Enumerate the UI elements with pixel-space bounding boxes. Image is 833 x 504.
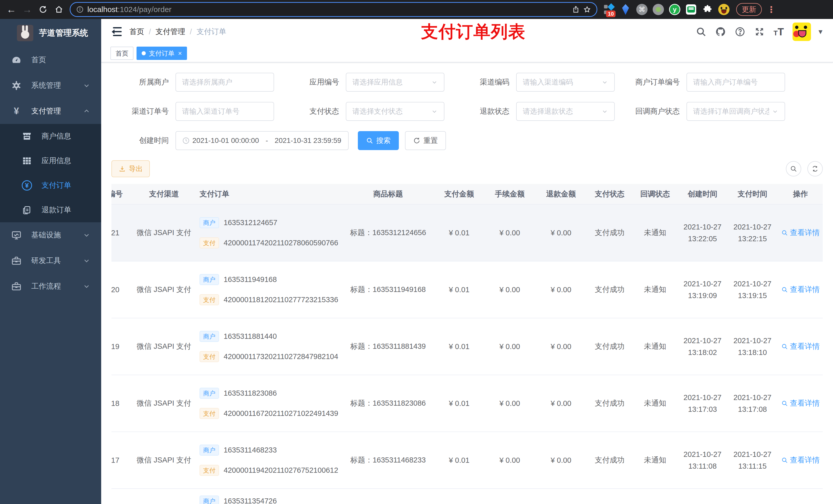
extension-chat-icon[interactable] — [686, 4, 697, 15]
col-amount: 支付金额 — [434, 184, 484, 205]
active-dot — [142, 51, 146, 55]
cell-notify-status: 未通知 — [633, 432, 677, 489]
share-icon[interactable] — [572, 6, 580, 13]
back-button[interactable]: ← — [5, 3, 18, 16]
search-icon[interactable] — [696, 26, 707, 37]
sidebar-item-label: 应用信息 — [42, 156, 71, 166]
filter-label-channel-order-no: 渠道订单号 — [112, 106, 175, 117]
font-size-icon[interactable]: TT — [774, 26, 784, 38]
table-row[interactable]: 18 微信 JSAPI 支付 商户1635311823086 支付4200001… — [112, 375, 823, 432]
pay-status-select[interactable]: 请选择支付状态 — [346, 102, 445, 121]
table-row[interactable]: 17 微信 JSAPI 支付 商户1635311468233 支付4200001… — [112, 432, 823, 489]
sidebar-item-payment[interactable]: ¥ 支付管理 — [0, 98, 101, 124]
bookmark-star-icon[interactable] — [583, 6, 591, 13]
sidebar-item-pay-order[interactable]: ¥ 支付订单 — [0, 173, 101, 198]
notify-status-select[interactable]: 请选择订单回调商户状态 — [687, 102, 785, 121]
extension-command-icon[interactable]: ⌘ — [636, 4, 647, 15]
github-icon[interactable] — [715, 26, 726, 37]
browser-toolbar: ← → localhost:1024/pay/order 10 ⌘ y 更新 ⋮ — [0, 0, 833, 19]
extension-y-icon[interactable]: y — [669, 4, 680, 15]
close-icon[interactable]: × — [178, 49, 182, 57]
export-button[interactable]: 导出 — [112, 160, 150, 177]
merchant-order-no-input[interactable] — [693, 78, 779, 86]
merchant-order-no: 1635312124657 — [223, 218, 278, 227]
cell-pay-time: 2021-10-2713:18:10 — [728, 318, 778, 375]
table-row-partial[interactable]: 商户1635311354726 — [112, 489, 823, 504]
address-bar[interactable]: localhost:1024/pay/order — [70, 2, 597, 17]
home-button[interactable] — [52, 3, 66, 16]
view-detail-link[interactable]: 查看详情 — [781, 455, 820, 465]
extension-record-icon[interactable] — [653, 4, 664, 15]
merchant-input[interactable] — [182, 78, 267, 86]
view-detail-link[interactable]: 查看详情 — [781, 228, 820, 238]
monitor-icon — [10, 230, 23, 240]
toggle-search-button[interactable] — [786, 161, 801, 176]
sidebar-item-label: 商户信息 — [42, 131, 71, 141]
sidebar-item-merchant-info[interactable]: 商户信息 — [0, 124, 101, 148]
sidebar-item-dev-tools[interactable]: 研发工具 — [0, 248, 101, 273]
table-row[interactable]: 21 微信 JSAPI 支付 商户1635312124657 支付4200001… — [112, 205, 823, 261]
cell-notify-status: 未通知 — [633, 205, 677, 261]
view-detail-link[interactable]: 查看详情 — [781, 398, 820, 408]
channel-code-select[interactable]: 请输入渠道编码 — [516, 73, 615, 92]
pay-order-tag: 支付 — [199, 465, 219, 476]
cell-create-time: 2021-10-2713:11:08 — [677, 432, 728, 489]
col-notify-status: 回调状态 — [633, 184, 677, 205]
sidebar-item-label: 支付订单 — [42, 180, 71, 191]
refresh-table-button[interactable] — [807, 161, 823, 176]
sidebar-item-label: 退款订单 — [42, 205, 71, 215]
sidebar-item-infrastructure[interactable]: 基础设施 — [0, 222, 101, 248]
tag-pay-order[interactable]: 支付订单 × — [137, 47, 187, 60]
channel-order-no-wrap — [175, 102, 274, 121]
pay-order-tag: 支付 — [199, 351, 219, 362]
table-row[interactable]: 19 微信 JSAPI 支付 商户1635311881440 支付4200001… — [112, 318, 823, 375]
cell-channel: 微信 JSAPI 支付 — [132, 261, 196, 318]
app-logo-row[interactable]: 芋道管理系统 — [0, 19, 101, 47]
filter-label-notify-status: 回调商户状态 — [622, 106, 687, 117]
sidebar-item-refund-order[interactable]: 退款订单 — [0, 198, 101, 222]
sidebar-item-home[interactable]: 首页 — [0, 47, 101, 73]
search-icon — [781, 230, 788, 236]
fullscreen-icon[interactable] — [754, 26, 765, 37]
channel-order-no-input[interactable] — [182, 107, 267, 116]
reset-button[interactable]: 重置 — [405, 131, 446, 150]
browser-update-button[interactable]: 更新 — [736, 3, 762, 16]
caret-down-icon[interactable]: ▼ — [817, 28, 824, 36]
refund-status-select[interactable]: 请选择退款状态 — [516, 102, 615, 121]
table-header-row: 编号 支付渠道 支付订单 商品标题 支付金额 手续金额 退款金额 支付状态 回调… — [112, 184, 823, 205]
merchant-order-tag: 商户 — [199, 274, 219, 285]
sidebar-item-app-info[interactable]: 应用信息 — [0, 148, 101, 173]
refresh-icon — [413, 137, 420, 144]
forward-button[interactable]: → — [21, 3, 34, 16]
app-title: 芋道管理系统 — [39, 27, 88, 39]
app-select[interactable]: 请选择应用信息 — [346, 73, 445, 92]
sidebar-item-workflow[interactable]: 工作流程 — [0, 273, 101, 299]
reload-button[interactable] — [37, 3, 50, 16]
filter-label-merchant: 所属商户 — [112, 77, 175, 87]
extensions-puzzle-icon[interactable] — [702, 4, 713, 15]
table-row[interactable]: 20 微信 JSAPI 支付 商户1635311949168 支付4200001… — [112, 261, 823, 318]
search-icon — [781, 286, 788, 293]
extension-diamond-icon[interactable]: 10 — [603, 4, 615, 15]
breadcrumb-pay[interactable]: 支付管理 — [156, 27, 185, 37]
help-icon[interactable] — [735, 26, 745, 37]
gear-icon — [10, 80, 23, 91]
tags-view-bar: 首页 支付订单 × — [101, 45, 833, 63]
site-info-icon[interactable] — [76, 6, 84, 13]
extension-gem-icon[interactable] — [620, 4, 631, 15]
refresh-icon — [811, 165, 819, 172]
tag-home[interactable]: 首页 — [111, 47, 134, 60]
avatar[interactable] — [792, 23, 811, 41]
view-detail-link[interactable]: 查看详情 — [781, 341, 820, 352]
cell-channel: 微信 JSAPI 支付 — [132, 205, 196, 261]
sidebar-item-system[interactable]: 系统管理 — [0, 73, 101, 98]
extension-emoji-icon[interactable] — [718, 4, 730, 15]
date-range-picker[interactable]: 2021-10-01 00:00:00 - 2021-10-31 23:59:5… — [175, 131, 349, 150]
pay-order-tag: 支付 — [199, 408, 219, 419]
search-button[interactable]: 搜索 — [358, 131, 399, 150]
cell-id: 18 — [112, 375, 132, 432]
browser-menu-icon[interactable]: ⋮ — [767, 4, 776, 15]
sidebar-collapse-icon[interactable] — [111, 27, 122, 37]
view-detail-link[interactable]: 查看详情 — [781, 285, 820, 295]
breadcrumb-home[interactable]: 首页 — [129, 27, 144, 37]
